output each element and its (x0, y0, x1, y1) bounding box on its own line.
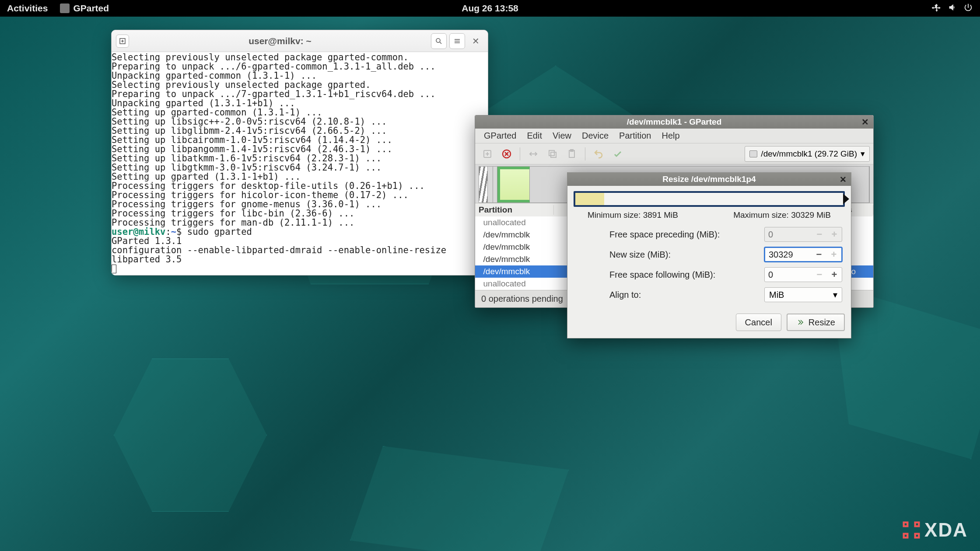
diskmap-unallocated (479, 167, 488, 202)
gparted-toolbar: /dev/mmcblk1 (29.72 GiB) ▾ (475, 143, 873, 164)
col-partition[interactable]: Partition (475, 205, 554, 215)
gparted-titlebar: /dev/mmcblk1 - GParted ✕ (475, 115, 873, 129)
diskmap-p1 (488, 167, 493, 202)
svg-point-1 (436, 38, 440, 42)
clock[interactable]: Aug 26 13:58 (462, 3, 518, 14)
menu-gparted[interactable]: GParted (480, 129, 521, 143)
network-icon[interactable] (932, 3, 942, 14)
apply-button[interactable] (609, 145, 626, 163)
free-following-spinbox[interactable]: − + (764, 267, 842, 282)
cancel-button[interactable]: Cancel (736, 314, 781, 331)
drive-icon (749, 150, 757, 157)
chevron-down-icon: ▾ (861, 149, 865, 159)
active-app-name: GParted (73, 3, 109, 14)
diskmap-p3 (497, 167, 530, 202)
part-name: /dev/mmcblk (475, 242, 554, 252)
free-preceding-label: Free space preceding (MiB): (576, 230, 764, 240)
xda-watermark: XDA (900, 519, 968, 541)
svg-rect-5 (549, 150, 554, 156)
max-size-label: Maximum size: 30329 MiB (733, 210, 831, 220)
menu-device[interactable]: Device (578, 129, 613, 143)
resize-dialog: Resize /dev/mmcblk1p4 ✕ Minimum size: 38… (567, 172, 851, 338)
power-icon[interactable] (963, 3, 973, 14)
resize-dialog-close-button[interactable]: ✕ (840, 174, 847, 185)
gparted-close-button[interactable]: ✕ (861, 117, 869, 127)
resize-button[interactable]: Resize (787, 314, 845, 331)
part-name: unallocated (475, 279, 554, 289)
gparted-window: /dev/mmcblk1 - GParted ✕ GPartedEditView… (475, 115, 874, 308)
svg-rect-4 (551, 152, 556, 157)
free-preceding-spinbox[interactable]: − + (764, 227, 842, 242)
delete-partition-button[interactable] (498, 145, 515, 163)
apply-arrow-icon (796, 318, 805, 327)
search-button[interactable] (431, 33, 447, 49)
part-name: /dev/mmcblk (475, 255, 554, 264)
device-selector[interactable]: /dev/mmcblk1 (29.72 GiB) ▾ (745, 146, 870, 162)
resize-dialog-title: Resize /dev/mmcblk1p4 (662, 174, 756, 184)
min-size-label: Minimum size: 3891 MiB (588, 210, 678, 220)
status-text: 0 operations pending (481, 294, 563, 304)
volume-icon[interactable] (948, 3, 957, 14)
terminal-titlebar: user@milkv: ~ ✕ (112, 30, 488, 52)
menu-view[interactable]: View (548, 129, 576, 143)
align-to-combo[interactable]: MiB ▾ (764, 287, 842, 302)
terminal-close-button[interactable]: ✕ (468, 33, 483, 49)
gnome-topbar: Activities GParted Aug 26 13:58 (0, 0, 980, 17)
gparted-menubar: GPartedEditViewDevicePartitionHelp (475, 129, 873, 143)
minus-icon[interactable]: − (812, 249, 826, 260)
part-name: /dev/mmcblk (475, 267, 554, 276)
device-selector-label: /dev/mmcblk1 (29.72 GiB) (761, 149, 857, 159)
terminal-window: user@milkv: ~ ✕ Selecting previously uns… (111, 30, 488, 276)
plus-icon: + (826, 249, 841, 260)
chevron-down-icon: ▾ (833, 289, 837, 300)
copy-partition-button[interactable] (544, 145, 561, 163)
gparted-icon (60, 3, 70, 13)
minus-icon: − (812, 229, 827, 240)
free-preceding-input (765, 230, 812, 240)
terminal-title: user@milkv: ~ (129, 36, 431, 46)
resize-visual-bar[interactable] (574, 191, 845, 207)
activities-button[interactable]: Activities (7, 3, 48, 14)
menu-edit[interactable]: Edit (522, 129, 546, 143)
resize-move-button[interactable] (525, 145, 542, 163)
menu-partition[interactable]: Partition (615, 129, 655, 143)
free-following-label: Free space following (MiB): (576, 270, 764, 280)
plus-icon[interactable]: + (827, 269, 842, 280)
align-to-value: MiB (769, 290, 784, 300)
paste-partition-button[interactable] (563, 145, 581, 163)
new-size-label: New size (MiB): (576, 250, 764, 260)
resize-dialog-titlebar: Resize /dev/mmcblk1p4 ✕ (567, 173, 851, 186)
active-app-indicator[interactable]: GParted (60, 3, 109, 14)
free-following-input[interactable] (765, 270, 812, 280)
terminal-output[interactable]: Selecting previously unselected package … (112, 52, 488, 275)
menu-help[interactable]: Help (657, 129, 684, 143)
align-to-label: Align to: (576, 290, 764, 300)
undo-button[interactable] (590, 145, 607, 163)
new-size-input[interactable] (765, 250, 812, 260)
gparted-title: /dev/mmcblk1 - GParted (627, 117, 721, 127)
plus-icon: + (827, 229, 842, 240)
new-partition-button[interactable] (479, 145, 496, 163)
resize-drag-handle[interactable] (843, 194, 849, 204)
resize-used-fill (575, 193, 604, 205)
new-size-spinbox[interactable]: − + (764, 247, 842, 262)
part-name: /dev/mmcblk (475, 230, 554, 240)
new-tab-button[interactable] (116, 35, 129, 48)
minus-icon: − (812, 269, 827, 280)
diskmap-p2 (493, 167, 497, 202)
hamburger-menu-button[interactable] (449, 33, 465, 49)
part-name: unallocated (475, 218, 554, 227)
